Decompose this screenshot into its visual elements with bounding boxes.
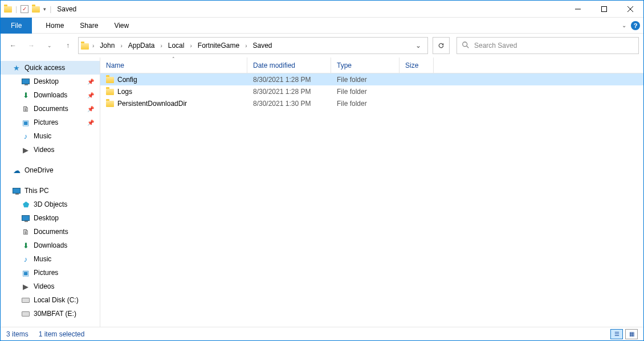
column-headers: Name˄ Date modified Type Size xyxy=(100,57,643,73)
share-tab[interactable]: Share xyxy=(72,18,106,33)
sidebar-item-music[interactable]: ♪Music xyxy=(1,252,100,266)
sidebar-item-pictures[interactable]: ▣Pictures xyxy=(1,266,100,280)
drive-icon xyxy=(21,309,30,318)
sidebar-item-thispc[interactable]: This PC xyxy=(1,184,100,198)
sidebar-item-desktop[interactable]: Desktop xyxy=(1,211,100,225)
pin-icon: 📌 xyxy=(87,79,94,85)
sidebar-item-desktop[interactable]: Desktop📌 xyxy=(1,75,100,88)
pin-icon: 📌 xyxy=(87,120,94,126)
sidebar-item-videos[interactable]: ▶Videos xyxy=(1,280,100,293)
content: Name˄ Date modified Type Size Config8/30… xyxy=(100,57,643,327)
sidebar-label: OneDrive xyxy=(25,166,54,174)
chevron-right-icon[interactable]: › xyxy=(91,43,95,49)
sidebar-label: Quick access xyxy=(25,64,65,72)
sidebar: ★ Quick access Desktop📌 ⬇Downloads📌 🗎Doc… xyxy=(1,57,100,327)
sidebar-item-documents[interactable]: 🗎Documents📌 xyxy=(1,102,100,116)
address-dropdown[interactable]: ⌄ xyxy=(411,42,425,50)
home-tab[interactable]: Home xyxy=(38,18,72,33)
search-placeholder: Search Saved xyxy=(474,42,517,50)
maximize-button[interactable] xyxy=(591,1,617,18)
search-input[interactable]: Search Saved xyxy=(456,37,639,54)
chevron-right-icon[interactable]: › xyxy=(189,43,193,49)
picture-icon: ▣ xyxy=(21,118,30,127)
sidebar-item-pictures[interactable]: ▣Pictures📌 xyxy=(1,116,100,129)
cloud-icon: ☁ xyxy=(12,166,21,175)
table-row[interactable]: Logs8/30/2021 1:28 PMFile folder xyxy=(100,85,643,97)
column-type[interactable]: Type xyxy=(331,57,400,73)
sidebar-item-videos[interactable]: ▶Videos xyxy=(1,143,100,157)
star-icon: ★ xyxy=(12,63,21,72)
table-row[interactable]: Config8/30/2021 1:28 PMFile folder xyxy=(100,73,643,85)
table-row[interactable]: PersistentDownloadDir8/30/2021 1:30 PMFi… xyxy=(100,97,643,109)
sidebar-label: Pictures xyxy=(34,118,58,126)
view-tab[interactable]: View xyxy=(106,18,137,33)
file-tab[interactable]: File xyxy=(1,18,32,34)
desktop-icon xyxy=(21,77,30,86)
breadcrumb[interactable]: AppData xyxy=(126,40,157,51)
large-icons-view-button[interactable]: ▦ xyxy=(625,329,638,339)
sidebar-item-onedrive[interactable]: ☁OneDrive xyxy=(1,163,100,177)
sidebar-item-fatdrive[interactable]: 30MBFAT (E:) xyxy=(1,307,100,321)
sidebar-label: Documents xyxy=(34,228,68,236)
ribbon-expand-icon[interactable]: ⌄ xyxy=(622,22,626,28)
sidebar-item-quickaccess[interactable]: ★ Quick access xyxy=(1,61,100,75)
desktop-icon xyxy=(21,213,30,223)
qat-divider: | xyxy=(15,5,17,13)
pin-icon: 📌 xyxy=(87,92,94,98)
pc-icon xyxy=(12,186,21,195)
titlebar: | ✓ ▾ | Saved xyxy=(1,1,643,18)
breadcrumb[interactable]: Saved xyxy=(251,40,275,51)
status-selected: 1 item selected xyxy=(39,330,85,338)
forward-button[interactable]: → xyxy=(23,38,39,54)
address-bar[interactable]: › John › AppData › Local › FortniteGame … xyxy=(78,37,428,54)
sidebar-item-3dobjects[interactable]: ⬟3D Objects xyxy=(1,198,100,211)
chevron-right-icon[interactable]: › xyxy=(159,43,163,49)
video-icon: ▶ xyxy=(21,282,30,291)
music-icon: ♪ xyxy=(21,254,30,264)
sidebar-label: Music xyxy=(34,255,51,263)
sort-asc-icon: ˄ xyxy=(172,56,175,62)
back-button[interactable]: ← xyxy=(5,38,21,54)
recent-dropdown[interactable]: ⌄ xyxy=(42,38,58,54)
breadcrumb[interactable]: Local xyxy=(166,40,187,51)
sidebar-item-localdisk[interactable]: Local Disk (C:) xyxy=(1,293,100,307)
file-name: Config xyxy=(117,76,137,84)
file-type: File folder xyxy=(331,76,400,84)
checkbox-icon[interactable]: ✓ xyxy=(21,5,28,13)
folder-icon xyxy=(81,43,89,50)
file-date: 8/30/2021 1:28 PM xyxy=(247,76,331,84)
sidebar-label: Videos xyxy=(34,282,54,290)
document-icon: 🗎 xyxy=(21,104,30,113)
sidebar-item-music[interactable]: ♪Music xyxy=(1,129,100,143)
column-name[interactable]: Name˄ xyxy=(100,57,247,73)
refresh-button[interactable] xyxy=(433,37,450,54)
column-size[interactable]: Size xyxy=(400,57,434,73)
qat-dropdown-icon[interactable]: ▾ xyxy=(43,6,46,12)
download-icon: ⬇ xyxy=(21,91,30,100)
sidebar-item-downloads[interactable]: ⬇Downloads📌 xyxy=(1,88,100,102)
music-icon: ♪ xyxy=(21,132,30,141)
help-button[interactable]: ? xyxy=(631,21,640,30)
column-date[interactable]: Date modified xyxy=(247,57,331,73)
sidebar-label: Desktop xyxy=(34,214,59,222)
sidebar-item-documents[interactable]: 🗎Documents xyxy=(1,225,100,239)
folder-icon xyxy=(106,77,114,83)
folder-icon xyxy=(32,6,40,13)
file-type: File folder xyxy=(331,100,400,108)
up-button[interactable]: ↑ xyxy=(60,38,76,54)
sidebar-item-downloads[interactable]: ⬇Downloads xyxy=(1,239,100,252)
chevron-right-icon[interactable]: › xyxy=(244,43,248,49)
close-button[interactable] xyxy=(617,1,643,18)
download-icon: ⬇ xyxy=(21,241,30,250)
sidebar-label: Downloads xyxy=(34,241,67,249)
main: ★ Quick access Desktop📌 ⬇Downloads📌 🗎Doc… xyxy=(1,57,643,327)
video-icon: ▶ xyxy=(21,145,30,154)
file-type: File folder xyxy=(331,88,400,96)
chevron-right-icon[interactable]: › xyxy=(119,43,123,49)
details-view-button[interactable]: ☰ xyxy=(610,329,623,339)
sidebar-label: Music xyxy=(34,132,51,140)
breadcrumb[interactable]: FortniteGame xyxy=(195,40,242,51)
svg-point-4 xyxy=(463,42,467,46)
breadcrumb[interactable]: John xyxy=(97,40,117,51)
minimize-button[interactable] xyxy=(565,1,591,18)
